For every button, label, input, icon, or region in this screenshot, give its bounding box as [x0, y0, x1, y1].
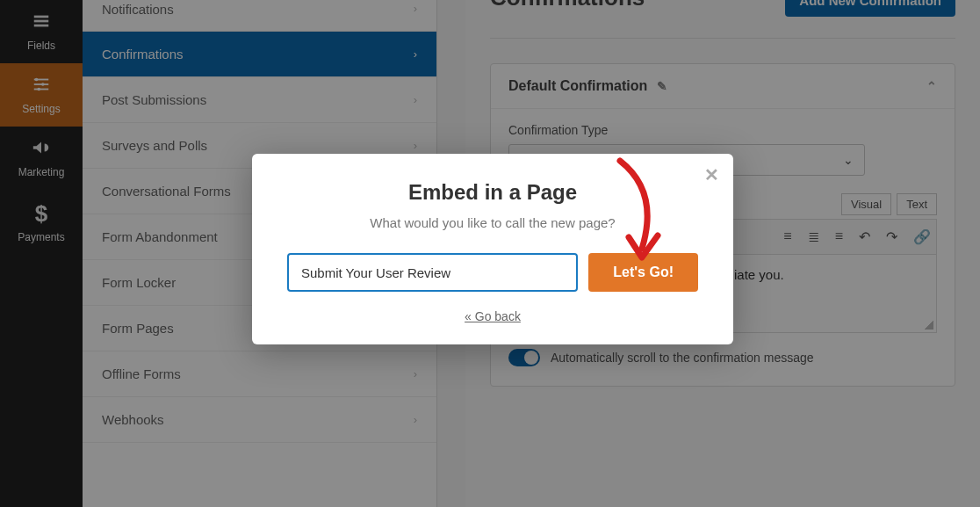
- modal-subtitle: What would you like to call the new page…: [287, 215, 698, 230]
- page-name-input[interactable]: [287, 253, 578, 292]
- embed-modal: ✕ Embed in a Page What would you like to…: [252, 154, 733, 344]
- modal-title: Embed in a Page: [287, 180, 698, 205]
- close-icon[interactable]: ✕: [704, 164, 719, 185]
- go-back-link[interactable]: « Go back: [287, 309, 698, 323]
- lets-go-button[interactable]: Let's Go!: [588, 253, 698, 292]
